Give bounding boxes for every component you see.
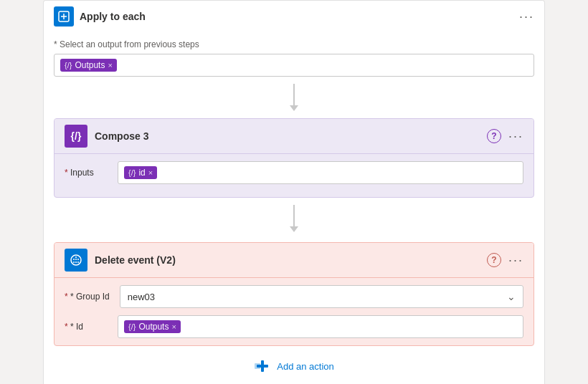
delete-event-block: Delete event (V2) ? ··· * * Group Id new… <box>54 242 534 346</box>
group-id-label-text: * Group Id <box>70 292 110 302</box>
compose-body: Inputs {/} id × <box>54 154 534 197</box>
add-action-icon <box>254 357 271 375</box>
add-action-container: Add an action <box>54 346 534 382</box>
apply-each-icon-box <box>54 6 74 27</box>
svg-point-6 <box>77 259 79 260</box>
id-token-icon: {/} <box>128 168 136 177</box>
id-outputs-token: {/} Outputs × <box>124 320 181 333</box>
svg-rect-10 <box>261 360 264 372</box>
group-id-value: new03 <box>128 292 155 302</box>
delete-event-header-right: ? ··· <box>487 253 523 268</box>
id-token: {/} id × <box>124 166 157 179</box>
apply-each-title: Apply to each <box>80 11 146 22</box>
id-outputs-token-icon: {/} <box>128 322 136 331</box>
svg-point-8 <box>73 259 75 260</box>
delete-event-icon-box <box>65 249 87 272</box>
compose-icon-braces: {/} <box>71 130 82 142</box>
compose-block: {/} Compose 3 ? ··· Inputs {/} id <box>54 118 534 198</box>
compose-more[interactable]: ··· <box>508 129 523 144</box>
id-token-close[interactable]: × <box>148 168 153 177</box>
apply-each-body: * Select an output from previous steps {… <box>43 32 545 384</box>
compose-help-icon[interactable]: ? <box>487 129 501 143</box>
id-label: * * Id <box>65 322 108 332</box>
delete-event-title: Delete event (V2) <box>95 254 176 266</box>
svg-point-2 <box>75 256 77 258</box>
compose-title: Compose 3 <box>95 130 148 142</box>
add-action-label: Add an action <box>277 361 334 372</box>
id-label-text: * Id <box>70 322 83 332</box>
svg-point-5 <box>75 261 77 263</box>
outputs-token-close[interactable]: × <box>108 61 112 69</box>
compose-input-label: Inputs <box>65 168 108 178</box>
id-outputs-token-close[interactable]: × <box>171 322 176 331</box>
connector-line-2 <box>293 205 295 226</box>
svg-point-3 <box>75 259 77 260</box>
add-action-svg-icon <box>255 358 270 374</box>
apply-each-left: Apply to each <box>54 6 146 27</box>
connector-1 <box>54 77 534 118</box>
svg-rect-11 <box>255 363 260 369</box>
add-action-button[interactable]: Add an action <box>254 357 334 375</box>
connector-arrow-2 <box>290 226 298 232</box>
group-id-label: * * Group Id <box>65 292 110 302</box>
compose-header-right: ? ··· <box>487 129 523 144</box>
compose-inputs-field[interactable]: {/} id × <box>118 161 523 184</box>
delete-event-more[interactable]: ··· <box>508 253 523 268</box>
apply-each-more[interactable]: ··· <box>519 9 534 24</box>
delete-event-header: Delete event (V2) ? ··· <box>54 243 534 278</box>
id-field[interactable]: {/} Outputs × <box>118 315 523 338</box>
group-id-row: * * Group Id new03 ⌄ <box>65 285 523 308</box>
compose-header: {/} Compose 3 ? ··· <box>54 119 534 154</box>
outputs-token-input[interactable]: {/} Outputs × <box>54 54 534 77</box>
compose-icon-box: {/} <box>65 125 87 148</box>
outputs-token-label: Outputs <box>75 60 105 70</box>
compose-header-left: {/} Compose 3 <box>65 125 148 148</box>
delete-event-body: * * Group Id new03 ⌄ * * Id {/} <box>54 278 534 345</box>
connector-arrow-1 <box>290 105 298 111</box>
id-token-label: id <box>138 168 145 178</box>
svg-point-7 <box>77 261 79 263</box>
connector-line-1 <box>293 84 295 105</box>
main-container: Apply to each ··· * Select an output fro… <box>0 0 588 384</box>
outputs-token-icon: {/} <box>65 61 72 69</box>
compose-input-row: Inputs {/} id × <box>65 161 523 184</box>
delete-event-icon <box>69 253 83 267</box>
delete-event-help-icon[interactable]: ? <box>487 253 501 267</box>
select-output-label: * Select an output from previous steps <box>54 39 534 49</box>
id-outputs-token-label: Outputs <box>138 322 169 332</box>
id-row: * * Id {/} Outputs × <box>65 315 523 338</box>
connector-2 <box>54 198 534 239</box>
chevron-down-icon: ⌄ <box>507 291 516 302</box>
svg-point-4 <box>73 261 75 263</box>
outputs-token: {/} Outputs × <box>60 59 117 72</box>
group-id-dropdown[interactable]: new03 ⌄ <box>120 285 523 308</box>
apply-each-icon <box>57 10 70 23</box>
delete-event-header-left: Delete event (V2) <box>65 249 176 272</box>
apply-each-header: Apply to each ··· <box>43 0 545 32</box>
